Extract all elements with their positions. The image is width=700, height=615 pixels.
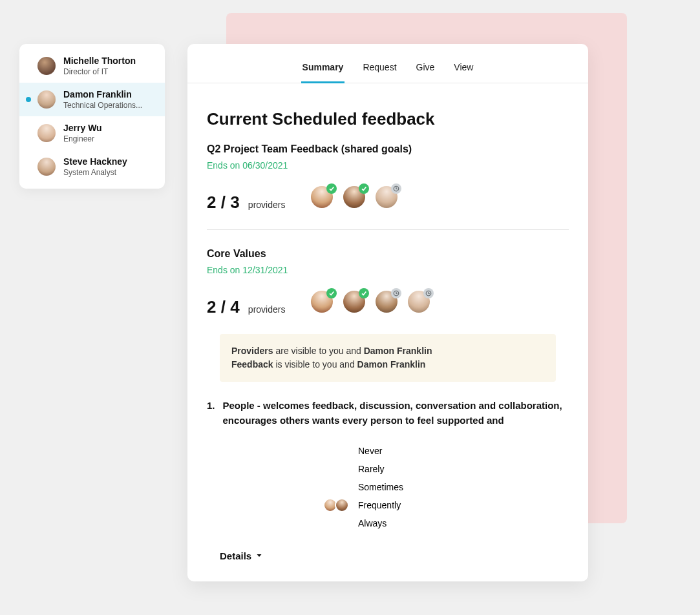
avatar [37,90,56,109]
clock-icon [391,288,401,298]
person-role: Technical Operations... [63,101,156,110]
clock-icon [423,288,434,298]
option-row: Sometimes [310,478,569,496]
avatar [37,124,56,142]
provider-avatar[interactable] [376,291,398,313]
avatar [37,57,56,75]
option-label: Always [358,518,387,528]
person-name: Jerry Wu [63,123,156,133]
tab-bar: Summary Request Give View [187,44,588,83]
section-title: Q2 Project Team Feedback (shared goals) [207,143,569,155]
active-indicator-dot [26,97,31,102]
sidebar-item-person[interactable]: Damon Franklin Technical Operations... [19,83,165,116]
unit-label: providers [248,200,286,210]
person-name: Michelle Thorton [63,56,156,66]
notice-text: is visible to you and [273,359,357,370]
people-sidebar: Michelle Thorton Director of IT Damon Fr… [19,44,165,189]
question-text: People - welcomes feedback, discussion, … [223,399,569,428]
tab-summary[interactable]: Summary [301,56,345,83]
option-label: Frequently [358,500,401,510]
visibility-notice: Providers are visible to you and Damon F… [220,334,556,382]
sidebar-item-person[interactable]: Jerry Wu Engineer [19,116,165,150]
response-options: Never Rarely Sometimes Frequently Always [310,442,569,532]
unit-label: providers [248,304,286,315]
provider-avatar[interactable] [376,186,398,208]
respondent-avatar [335,498,349,512]
person-role: Director of IT [63,67,156,76]
sidebar-item-person[interactable]: Michelle Thorton Director of IT [19,49,165,83]
option-label: Sometimes [358,482,403,492]
completed-count: 2 [207,193,216,212]
divider [207,229,569,230]
tab-view[interactable]: View [452,56,474,83]
provider-avatar[interactable] [311,186,333,208]
tab-request[interactable]: Request [361,56,398,83]
feedback-section: Q2 Project Team Feedback (shared goals) … [207,143,569,213]
feedback-panel: Summary Request Give View Current Schedu… [187,44,588,581]
option-row: Never [310,442,569,460]
feedback-section: Core Values Ends on 12/31/2021 2 / 4 pro… [207,248,569,317]
provider-avatars [311,291,430,313]
person-name: Steve Hackney [63,156,156,167]
chevron-down-icon [255,550,263,561]
sidebar-item-person[interactable]: Steve Hackney System Analyst [19,150,165,183]
provider-ratio: 2 / 4 providers [207,297,285,317]
total-count: 4 [230,297,239,317]
notice-bold: Feedback [231,359,273,370]
notice-bold: Damon Franklin [357,359,426,370]
provider-avatar[interactable] [408,291,430,313]
person-role: Engineer [63,134,156,143]
clock-icon [391,183,401,194]
check-icon [359,183,369,194]
details-button[interactable]: Details [220,550,263,561]
tab-give[interactable]: Give [415,56,436,83]
option-row: Rarely [310,460,569,478]
page-title: Current Scheduled feedback [207,109,569,129]
ends-on-label: Ends on 12/31/2021 [207,265,569,275]
section-title: Core Values [207,248,569,260]
check-icon [326,183,337,194]
completed-count: 2 [207,297,216,317]
check-icon [359,288,369,298]
ends-on-label: Ends on 06/30/2021 [207,160,569,171]
provider-avatar[interactable] [311,291,333,313]
total-count: 3 [230,193,239,212]
check-icon [326,288,337,298]
notice-text: are visible to you and [273,346,364,356]
provider-ratio: 2 / 3 providers [207,193,285,213]
provider-avatar[interactable] [343,186,365,208]
provider-avatar[interactable] [343,291,365,313]
provider-avatars [311,186,398,208]
notice-bold: Providers [231,346,273,356]
question-number: 1. [207,399,215,428]
option-row: Frequently [310,496,569,514]
person-name: Damon Franklin [63,89,156,99]
option-label: Rarely [358,464,384,474]
notice-bold: Damon Franklin [364,346,432,356]
person-role: System Analyst [63,168,156,177]
avatar [37,158,56,176]
question-row: 1. People - welcomes feedback, discussio… [207,399,569,428]
option-row: Always [310,514,569,532]
option-label: Never [358,446,382,456]
details-label: Details [220,550,251,561]
